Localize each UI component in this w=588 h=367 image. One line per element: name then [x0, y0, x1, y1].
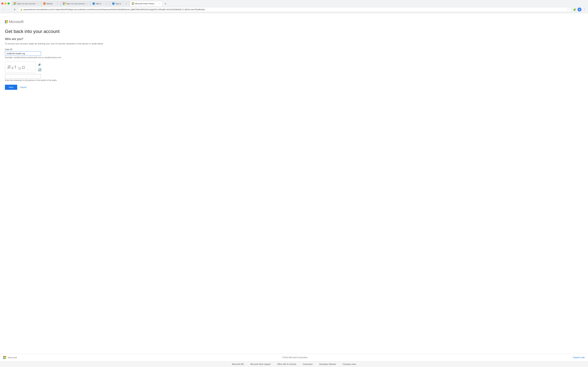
button-row: Next Cancel [5, 85, 153, 90]
footer-logo: Microsoft [3, 356, 17, 359]
svg-text:S: S [93, 3, 94, 5]
tab-favicon-6 [132, 2, 134, 5]
new-tab-button[interactable]: + [163, 1, 168, 6]
toolbar-right: 🧩 A ⋮ [572, 7, 587, 12]
lock-icon: 🔒 [20, 8, 23, 11]
browser-tab-6[interactable]: Microsoft Online Password Re... × [130, 1, 163, 6]
extensions-button[interactable]: 🧩 [572, 7, 577, 12]
next-button[interactable]: Next [5, 85, 17, 90]
tab-label-5: Sign In [115, 3, 124, 5]
ms-squares-icon [5, 20, 8, 23]
tab-favicon-3 [63, 2, 65, 5]
footer-link-automotive[interactable]: Automotive [303, 363, 313, 365]
tab-close-3[interactable]: × [86, 2, 88, 5]
tab-label-6: Microsoft Online Password Re... [135, 3, 157, 5]
minimize-button[interactable] [4, 2, 7, 5]
captcha-audio-button[interactable]: 🔊 [38, 63, 42, 66]
profile-avatar[interactable]: A [578, 8, 581, 11]
tab-label-2: Mail.bg [47, 3, 55, 5]
svg-rect-1 [15, 2, 16, 3]
address-text: passwordreset.microsoftonline.com/?ru=ht… [24, 8, 566, 10]
footer-link-company[interactable]: Company news [343, 363, 356, 365]
captcha-image: R 4 f M D [5, 61, 35, 73]
ms-green-square [7, 20, 8, 22]
svg-rect-6 [63, 2, 64, 3]
window-controls [1, 2, 10, 5]
browser-tab-2[interactable]: M Mail.bg × [41, 1, 61, 6]
footer-logo-text: Microsoft [8, 356, 17, 359]
bookmark-star-icon[interactable]: ☆ [567, 8, 569, 11]
captcha-refresh-button[interactable]: 🔄 [38, 68, 42, 71]
svg-text:S: S [113, 3, 114, 5]
cancel-button[interactable]: Cancel [19, 85, 27, 90]
reload-button[interactable]: ↻ [12, 7, 17, 12]
user-id-group: User ID: Example: user@contoso.onmicroso… [5, 48, 153, 59]
user-id-hint: Example: user@contoso.onmicrosoft.com or… [5, 56, 153, 59]
footer-bar: Microsoft ©2016 Microsoft Corporation Su… [0, 354, 588, 361]
footer-link-ms365[interactable]: Microsoft 365 [232, 363, 244, 365]
tab-favicon-2: M [43, 2, 46, 5]
address-bar[interactable]: 🔒 passwordreset.microsoftonline.com/?ru=… [18, 7, 571, 12]
footer-ms-icon [3, 356, 6, 359]
tab-close-2[interactable]: × [56, 2, 59, 5]
section-title: Who are you? [5, 37, 153, 41]
ms-blue-square [5, 22, 6, 23]
browser-chrome: Sign in to your account × M Mail.bg × Si… [0, 0, 588, 13]
footer-ms-red [3, 356, 5, 357]
tab-close-6[interactable]: × [158, 2, 160, 5]
page-description: To recover your account, begin by enteri… [5, 42, 153, 45]
footer-link-devnet[interactable]: Developer Network [319, 363, 336, 365]
footer-link-office365[interactable]: Office 365 for schools [277, 363, 296, 365]
browser-tab-4[interactable]: S Sign In × [90, 1, 110, 6]
browser-tab-3[interactable]: Sign in to your account × [61, 1, 90, 6]
tab-favicon-5: S [112, 2, 114, 5]
browser-toolbar: ← → ↻ 🔒 passwordreset.microsoftonline.co… [0, 6, 588, 13]
forward-button[interactable]: → [7, 7, 11, 12]
footer-copyright: ©2016 Microsoft Corporation [282, 356, 308, 359]
close-button[interactable] [1, 2, 3, 5]
support-code-link[interactable]: Support code [573, 356, 585, 359]
captcha-input[interactable] [5, 74, 41, 78]
captcha-input-group: Enter the characters in the picture or t… [5, 74, 153, 81]
ms-red-square [5, 20, 6, 22]
captcha-svg: R 4 f M D [5, 61, 35, 73]
svg-rect-17 [133, 4, 134, 5]
browser-tab-1[interactable]: Sign in to your account × [12, 1, 41, 6]
footer-links: Microsoft 365 Microsoft Store support Of… [0, 361, 588, 367]
tab-close-1[interactable]: × [36, 2, 39, 5]
svg-rect-16 [132, 4, 133, 5]
captcha-area: R 4 f M D 🔊 🔄 [5, 61, 153, 73]
tab-close-4[interactable]: × [105, 2, 108, 5]
page-content: Microsoft Get back into your account Who… [0, 13, 157, 224]
svg-rect-8 [63, 4, 64, 5]
footer-ms-yellow [5, 358, 6, 359]
recovery-form: User ID: Example: user@contoso.onmicroso… [5, 48, 153, 90]
tab-label-1: Sign in to your account [17, 3, 35, 5]
tab-favicon-4: S [93, 2, 95, 5]
svg-rect-14 [132, 2, 133, 3]
ms-yellow-square [7, 22, 8, 23]
svg-rect-2 [14, 4, 15, 5]
tab-favicon-1 [14, 2, 16, 5]
menu-button[interactable]: ⋮ [582, 7, 587, 12]
back-button[interactable]: ← [1, 7, 6, 12]
user-id-label: User ID: [5, 48, 153, 51]
browser-tab-5[interactable]: S Sign In × [110, 1, 130, 6]
svg-rect-15 [133, 2, 134, 3]
tabs-bar: Sign in to your account × M Mail.bg × Si… [12, 1, 168, 6]
user-id-input[interactable] [5, 51, 41, 56]
tab-close-5[interactable]: × [125, 2, 128, 5]
svg-text:D: D [22, 65, 25, 70]
captcha-controls: 🔊 🔄 [38, 61, 42, 71]
footer-link-store[interactable]: Microsoft Store support [250, 363, 271, 365]
svg-rect-0 [14, 2, 15, 3]
maximize-button[interactable] [8, 2, 10, 5]
svg-rect-7 [64, 2, 65, 3]
footer-ms-green [5, 356, 6, 357]
tab-label-3: Sign in to your account [66, 3, 85, 5]
svg-text:M: M [44, 3, 45, 5]
title-bar: Sign in to your account × M Mail.bg × Si… [0, 0, 588, 6]
microsoft-logo-text: Microsoft [9, 20, 24, 24]
captcha-hint: Enter the characters in the picture or t… [5, 79, 153, 81]
tab-label-4: Sign In [96, 3, 104, 5]
